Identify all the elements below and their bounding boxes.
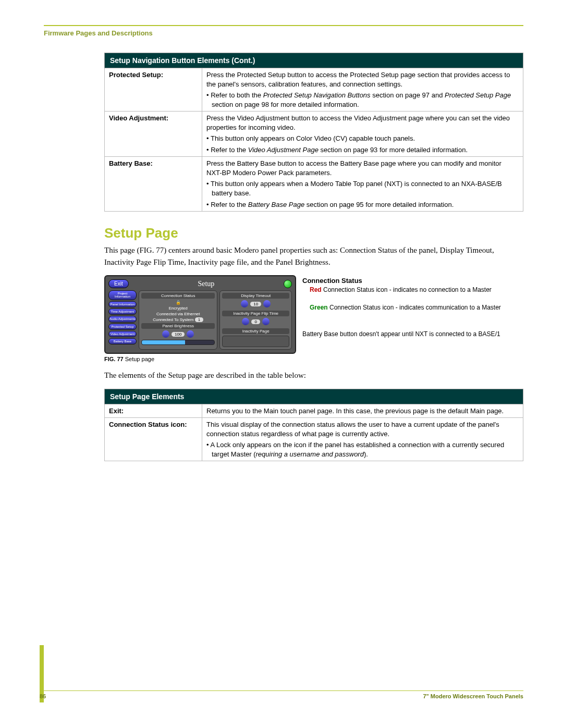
row-protected-desc: Press the Protected Setup button to acce… — [202, 68, 523, 112]
exit-button[interactable]: Exit — [108, 279, 129, 288]
sidebar-item-audio[interactable]: Audio Adjustments — [108, 316, 137, 322]
row-protected-bullet1: Refer to both the Protected Setup Naviga… — [206, 91, 519, 109]
panel-connection: Connection Status 🔒 Encrypted Connected … — [139, 290, 217, 350]
inact-down-button[interactable] — [242, 318, 249, 325]
row-connicon-desc: This visual display of the connection st… — [202, 418, 523, 461]
row-video-main: Press the Video Adjustment button to acc… — [206, 114, 519, 132]
row-video-desc: Press the Video Adjustment button to acc… — [202, 112, 523, 157]
connection-status-icon — [284, 280, 292, 288]
timeout-down-button[interactable] — [241, 300, 248, 307]
doc-title-footer: 7" Modero Widescreen Touch Panels — [423, 693, 523, 699]
to-system-label: Connected To System — [153, 317, 193, 322]
brightness-down-button[interactable] — [162, 330, 169, 338]
sidebar-item-panel[interactable]: Panel Information — [108, 301, 137, 307]
table2-title: Setup Page Elements — [105, 389, 523, 404]
sidebar-item-time[interactable]: Time Adjustment — [108, 309, 137, 315]
page-number: 86 — [40, 693, 46, 699]
annot-red-text: Connection Status icon - indicates no co… — [322, 286, 492, 293]
setup-heading: Setup Page — [104, 225, 523, 241]
sidebar-item-project[interactable]: Project Information — [108, 290, 137, 300]
timeout-value: 10 — [250, 302, 261, 306]
row-video-label: Video Adjustment: — [105, 112, 202, 157]
brightness-up-button[interactable] — [187, 330, 194, 338]
inactivity-page-field[interactable] — [222, 336, 289, 347]
annot-battery-note: Battery Base button doesn't appear until… — [302, 330, 523, 339]
inactivity-page-header: Inactivity Page — [222, 328, 289, 334]
row-exit-label: Exit: — [105, 404, 202, 418]
annot-green-text: Connection Status icon - indicates commu… — [328, 304, 501, 311]
display-timeout-header: Display Timeout — [222, 293, 289, 299]
annot-red-label: Red — [310, 286, 322, 293]
sidebar-item-battery[interactable]: Battery Base — [108, 338, 137, 344]
row-battery-main: Press the Battery Base button to access … — [206, 159, 519, 177]
setup-nav-table: Setup Navigation Button Elements (Cont.)… — [104, 53, 523, 212]
figure-annotations: Connection Status Red Connection Status … — [302, 275, 523, 338]
row-battery-bullet1: This button only appears when a Modero T… — [206, 179, 519, 198]
conn-status-header: Connection Status — [141, 293, 215, 299]
para-elements-intro: The elements of the Setup page are descr… — [104, 369, 523, 381]
brightness-slider[interactable] — [141, 340, 215, 345]
row-video-bullet2: Refer to the Video Adjustment Page secti… — [206, 145, 519, 155]
device-sidebar: Project Information Panel Information Ti… — [108, 290, 137, 350]
table1-title: Setup Navigation Button Elements (Cont.) — [105, 53, 523, 68]
sidebar-item-video[interactable]: Video Adjustment — [108, 331, 137, 337]
annot-green-label: Green — [310, 304, 328, 311]
top-rule — [44, 25, 523, 26]
setup-elements-table: Setup Page Elements Exit: Returns you to… — [104, 389, 523, 462]
inact-value: 0 — [251, 319, 260, 324]
row-battery-desc: Press the Battery Base button to access … — [202, 157, 523, 212]
panel-right: Display Timeout 10 Inactivity Page Flip … — [219, 290, 292, 350]
setup-device-screenshot: Exit Setup Project Information Panel Inf… — [104, 275, 296, 354]
device-title: Setup — [198, 280, 214, 288]
row-video-bullet1: This button only appears on Color Video … — [206, 134, 519, 143]
row-connicon-label: Connection Status icon: — [105, 418, 202, 461]
sidebar-item-protected[interactable]: Protected Setup — [108, 324, 137, 330]
inact-up-button[interactable] — [262, 318, 270, 325]
row-protected-main: Press the Protected Setup button to acce… — [206, 70, 519, 89]
row-connicon-main: This visual display of the connection st… — [206, 420, 519, 438]
encrypted-label: Encrypted — [141, 306, 215, 311]
row-protected-label: Protected Setup: — [105, 68, 202, 112]
section-header: Firmware Pages and Descriptions — [44, 29, 523, 37]
brightness-value: 100 — [172, 332, 185, 337]
row-battery-label: Battery Base: — [105, 157, 202, 212]
figure-caption: FIG. 77 Setup page — [104, 356, 523, 362]
setup-intro: This page (FIG. 77) centers around basic… — [104, 244, 523, 268]
row-connicon-bullet1: A Lock only appears on the icon if the p… — [206, 440, 519, 459]
timeout-up-button[interactable] — [263, 300, 271, 307]
row-battery-bullet2: Refer to the Battery Base Page section o… — [206, 200, 519, 209]
system-number: 1 — [195, 317, 203, 322]
annot-title: Connection Status — [302, 277, 362, 285]
brightness-header: Panel Brightness — [141, 323, 215, 329]
bottom-rule — [40, 690, 523, 691]
row-exit-desc: Returns you to the Main touch panel page… — [202, 404, 523, 418]
inactivity-flip-header: Inactivity Page Flip Time — [222, 311, 289, 316]
via-ethernet-label: Connected via Ethernet — [141, 312, 215, 316]
